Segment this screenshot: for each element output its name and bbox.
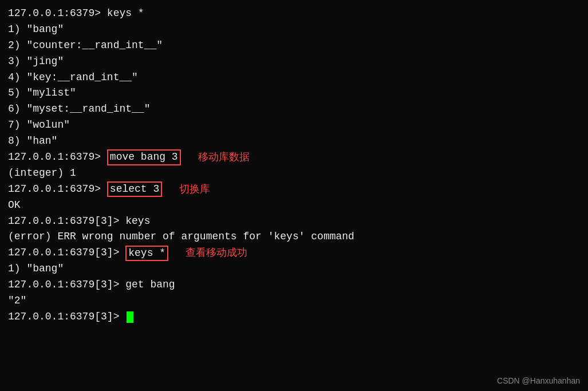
- terminal-line: 1) "bang": [8, 261, 580, 277]
- terminal-line: 127.0.0.1:6379> move bang 3移动库数据: [8, 149, 580, 165]
- output-text: (error) ERR wrong number of arguments fo…: [8, 229, 354, 245]
- output-text: 6) "myset:__rand_int__": [8, 101, 150, 117]
- output-text: 2) "counter:__rand_int__": [8, 38, 163, 54]
- terminal-line: 6) "myset:__rand_int__": [8, 101, 580, 117]
- output-text: 8) "han": [8, 133, 57, 149]
- command-text: keys *: [107, 6, 144, 22]
- terminal-line: OK: [8, 198, 580, 214]
- highlighted-command: move bang 3: [107, 149, 181, 165]
- output-text: 1) "bang": [8, 22, 64, 38]
- output-text: 3) "jing": [8, 54, 64, 70]
- terminal: 127.0.0.1:6379> keys *1) "bang"2) "count…: [0, 0, 588, 391]
- prompt: 127.0.0.1:6379[3]>: [8, 277, 125, 293]
- prompt: 127.0.0.1:6379>: [8, 181, 107, 198]
- output-text: 1) "bang": [8, 261, 64, 277]
- terminal-line: 8) "han": [8, 133, 580, 149]
- terminal-line: 127.0.0.1:6379[3]>: [8, 309, 580, 325]
- annotation: 切换库: [179, 181, 210, 198]
- highlighted-command: select 3: [107, 181, 162, 197]
- terminal-line: 127.0.0.1:6379> select 3切换库: [8, 181, 580, 198]
- terminal-line: (error) ERR wrong number of arguments fo…: [8, 229, 580, 245]
- terminal-line: 7) "wolun": [8, 117, 580, 133]
- command-text: get bang: [125, 277, 175, 293]
- cursor: [127, 311, 133, 323]
- prompt: 127.0.0.1:6379[3]>: [8, 309, 125, 325]
- terminal-line: 5) "mylist": [8, 85, 580, 101]
- output-text: 7) "wolun": [8, 117, 70, 133]
- prompt: 127.0.0.1:6379>: [8, 149, 107, 165]
- terminal-line: 1) "bang": [8, 22, 580, 38]
- watermark: CSDN @Hanxuhanhan: [497, 376, 580, 385]
- terminal-line: (integer) 1: [8, 165, 580, 181]
- terminal-line: 3) "jing": [8, 54, 580, 70]
- terminal-line: 2) "counter:__rand_int__": [8, 38, 580, 54]
- terminal-line: 127.0.0.1:6379[3]> get bang: [8, 277, 580, 293]
- terminal-line: 127.0.0.1:6379> keys *: [8, 6, 580, 22]
- prompt: 127.0.0.1:6379>: [8, 6, 107, 22]
- command-text: keys: [125, 214, 150, 230]
- output-text: 4) "key:__rand_int__": [8, 70, 138, 86]
- annotation: 移动库数据: [198, 149, 250, 165]
- output-text: OK: [8, 198, 21, 214]
- prompt: 127.0.0.1:6379[3]>: [8, 214, 125, 230]
- prompt: 127.0.0.1:6379[3]>: [8, 245, 125, 261]
- terminal-line: 127.0.0.1:6379[3]> keys: [8, 214, 580, 230]
- output-text: "2": [8, 293, 26, 309]
- annotation: 查看移动成功: [186, 245, 247, 261]
- output-text: 5) "mylist": [8, 85, 76, 101]
- terminal-line: 4) "key:__rand_int__": [8, 70, 580, 86]
- highlighted-command: keys *: [125, 246, 168, 261]
- terminal-line: 127.0.0.1:6379[3]> keys *查看移动成功: [8, 245, 580, 261]
- output-text: (integer) 1: [8, 165, 76, 181]
- terminal-line: "2": [8, 293, 580, 309]
